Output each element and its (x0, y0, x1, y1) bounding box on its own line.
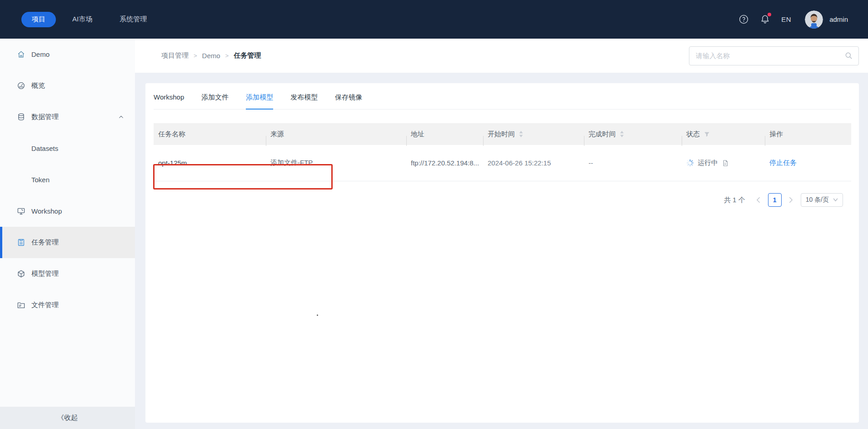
breadcrumb-project-management[interactable]: 项目管理 (161, 51, 189, 60)
column-start-time: 开始时间 (483, 130, 584, 139)
breadcrumb: 项目管理 > Demo > 任务管理 (161, 51, 261, 60)
sidebar-item-label: Demo (31, 50, 50, 58)
task-tabs: Workshop 添加文件 添加模型 发布模型 保存镜像 (154, 83, 851, 110)
search-icon[interactable] (844, 51, 853, 60)
sidebar-collapse-button[interactable]: 《收起 (0, 407, 135, 429)
nav-tab-system-admin[interactable]: 系统管理 (120, 15, 147, 24)
column-source: 来源 (266, 130, 406, 139)
sidebar-item-data-management[interactable]: 数据管理 (0, 101, 135, 133)
cell-source: 添加文件-FTP (266, 159, 406, 167)
column-label: 任务名称 (158, 130, 185, 139)
sidebar-item-file-management[interactable]: 文件管理 (0, 289, 135, 321)
column-task-name: 任务名称 (154, 130, 266, 139)
cell-finish-time: -- (584, 159, 682, 167)
column-label: 开始时间 (488, 130, 515, 139)
sidebar-item-overview[interactable]: 概览 (0, 70, 135, 101)
dashboard-icon (17, 81, 25, 90)
breadcrumb-bar: 项目管理 > Demo > 任务管理 (135, 39, 868, 73)
breadcrumb-current: 任务管理 (234, 51, 261, 60)
sidebar-item-label: Workshop (31, 207, 62, 215)
sidebar-item-workshop[interactable]: Workshop (0, 195, 135, 227)
language-toggle[interactable]: EN (781, 15, 791, 23)
stop-task-link[interactable]: 停止任务 (769, 159, 797, 166)
sidebar-item-label: Datasets (31, 145, 58, 152)
prev-page-icon[interactable] (753, 194, 764, 206)
next-page-icon[interactable] (785, 194, 797, 206)
avatar[interactable] (805, 10, 823, 29)
sort-icon[interactable] (620, 131, 624, 137)
help-icon[interactable] (738, 14, 749, 25)
page-number-button[interactable]: 1 (768, 193, 782, 207)
username: admin (829, 15, 848, 23)
cell-address: ftp://172.20.52.194:8... (406, 159, 483, 167)
cube-icon (17, 269, 25, 278)
tab-workshop[interactable]: Workshop (154, 93, 184, 110)
sidebar-item-label: 模型管理 (31, 269, 59, 278)
breadcrumb-demo[interactable]: Demo (202, 52, 220, 60)
page-size-value: 10 条/页 (806, 196, 829, 204)
cell-start-time: 2024-06-26 15:22:15 (483, 159, 584, 167)
tab-add-model[interactable]: 添加模型 (246, 93, 273, 110)
sidebar-item-demo[interactable]: Demo (0, 39, 135, 70)
main-content: 项目管理 > Demo > 任务管理 Workshop 添加文件 添加模型 发布… (135, 39, 868, 429)
column-address: 地址 (406, 130, 483, 139)
collapse-label: 《收起 (57, 414, 78, 422)
column-label: 来源 (270, 130, 284, 139)
chevron-up-icon[interactable] (118, 114, 124, 120)
sidebar-item-task-management[interactable]: 任务管理 (0, 227, 135, 258)
tab-publish-model[interactable]: 发布模型 (290, 93, 318, 110)
table-header: 任务名称 来源 地址 开始时间 完成时间 (154, 123, 851, 145)
filter-funnel-icon[interactable] (704, 131, 710, 137)
primary-nav: 项目 AI市场 系统管理 (0, 12, 174, 27)
table-row[interactable]: opt-125m 添加文件-FTP ftp://172.20.52.194:8.… (154, 145, 851, 181)
sidebar-item-label: 文件管理 (31, 301, 59, 309)
home-icon (17, 50, 25, 59)
cell-status: 运行中 (682, 159, 765, 167)
column-actions: 操作 (765, 130, 851, 139)
database-icon (17, 113, 25, 121)
top-navbar: 项目 AI市场 系统管理 EN (0, 0, 868, 39)
log-document-icon[interactable] (722, 160, 729, 167)
column-label: 操作 (769, 130, 783, 139)
notification-dot (768, 13, 771, 16)
sidebar-item-token[interactable]: Token (0, 164, 135, 195)
sidebar-item-datasets[interactable]: Datasets (0, 133, 135, 164)
sidebar-item-label: 任务管理 (31, 238, 59, 247)
sidebar-item-label: 概览 (31, 81, 45, 90)
column-label: 状态 (686, 130, 700, 139)
task-panel: Workshop 添加文件 添加模型 发布模型 保存镜像 任务名称 来源 地址 … (145, 83, 859, 423)
sidebar-item-label: Token (31, 176, 50, 184)
workshop-icon (17, 207, 25, 215)
chevron-down-icon (833, 198, 838, 202)
stray-dot (317, 314, 318, 316)
folder-icon (17, 301, 25, 309)
nav-tab-projects[interactable]: 项目 (21, 12, 56, 27)
navbar-actions: EN admin (738, 10, 868, 29)
cell-action: 停止任务 (765, 159, 851, 167)
cell-task-name: opt-125m (154, 159, 266, 167)
tab-add-file[interactable]: 添加文件 (201, 93, 229, 110)
column-finish-time: 完成时间 (584, 130, 682, 139)
search-input[interactable] (696, 52, 844, 60)
column-label: 地址 (411, 130, 424, 139)
sidebar-item-label: 数据管理 (31, 113, 59, 121)
column-label: 完成时间 (589, 130, 616, 139)
task-list-icon (17, 238, 25, 247)
pagination-total: 共 1 个 (724, 196, 745, 205)
breadcrumb-separator: > (225, 52, 229, 59)
loading-spinner-icon (686, 159, 694, 167)
pagination: 共 1 个 1 10 条/页 (154, 193, 851, 207)
tab-save-image[interactable]: 保存镜像 (335, 93, 362, 110)
sort-icon[interactable] (519, 131, 523, 137)
notifications-bell-icon[interactable] (760, 14, 770, 25)
nav-tab-ai-market[interactable]: AI市场 (72, 15, 92, 24)
sidebar: Demo 概览 数据管理 Datasets Token (0, 39, 135, 429)
breadcrumb-separator: > (194, 52, 197, 59)
page-size-select[interactable]: 10 条/页 (801, 193, 843, 207)
search-box (689, 46, 859, 65)
column-status: 状态 (682, 130, 765, 139)
sidebar-item-model-management[interactable]: 模型管理 (0, 258, 135, 289)
status-text: 运行中 (698, 159, 718, 167)
